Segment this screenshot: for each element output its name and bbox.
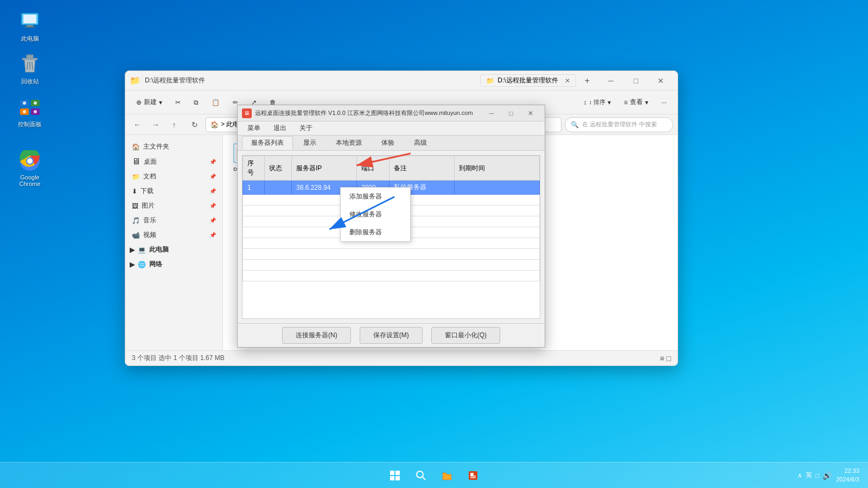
- col-expire: 到期时间: [455, 156, 540, 181]
- context-add-server[interactable]: 添加服务器: [341, 188, 410, 206]
- new-chevron-icon: ▾: [159, 99, 162, 106]
- forward-btn[interactable]: →: [148, 117, 163, 132]
- sidebar-desktop[interactable]: 🖥 桌面 📌: [125, 154, 222, 169]
- tab-local-resource[interactable]: 本地资源: [327, 136, 371, 150]
- minimize-window-btn[interactable]: 窗口最小化(Q): [431, 327, 500, 344]
- col-note: 备注: [390, 156, 455, 181]
- app-minimize-btn[interactable]: ─: [482, 105, 501, 121]
- grid-view-icon[interactable]: □: [667, 354, 671, 363]
- tab-close-icon[interactable]: ✕: [565, 77, 570, 85]
- app-close-btn[interactable]: ✕: [521, 105, 540, 121]
- sort-btn[interactable]: ↕ ↕ 排序 ▾: [579, 96, 615, 108]
- clock-date: 2024/6/3: [836, 476, 859, 484]
- sidebar-pictures[interactable]: 🖼 图片 📌: [125, 198, 222, 213]
- menu-about[interactable]: 关于: [294, 123, 318, 134]
- this-pc-icon: 💻: [138, 246, 146, 254]
- explorer-maximize-btn[interactable]: □: [623, 71, 648, 91]
- search-box[interactable]: 🔍 在 远程批量管理软件 中搜索: [565, 117, 673, 132]
- sidebar-documents[interactable]: 📁 文档 📌: [125, 169, 222, 184]
- taskbar-sys-icons: ∧ 英 □ 🔊: [797, 471, 832, 480]
- sort-icon: ↕: [583, 99, 586, 106]
- explorer-close-btn[interactable]: ✕: [648, 71, 673, 91]
- taskbar-clock[interactable]: 22:33 2024/6/3: [836, 467, 859, 484]
- copy-icon: ⧉: [194, 99, 199, 106]
- app-maximize-btn[interactable]: □: [501, 105, 521, 121]
- svg-rect-27: [390, 476, 394, 480]
- tab-folder-icon: 📁: [486, 77, 494, 85]
- clock-time: 22:33: [836, 467, 859, 475]
- new-btn[interactable]: ⊕ 新建 ▾: [132, 95, 167, 109]
- tab-display[interactable]: 显示: [294, 136, 326, 150]
- search-taskbar-btn[interactable]: [410, 465, 432, 486]
- network-icon: 🌐: [138, 261, 146, 268]
- search-placeholder: 在 远程批量管理软件 中搜索: [582, 120, 657, 129]
- menu-file[interactable]: 菜单: [242, 123, 266, 134]
- tab-title: D:\远程批量管理软件: [497, 76, 558, 85]
- tab-experience[interactable]: 体验: [372, 136, 404, 150]
- svg-point-15: [23, 110, 26, 113]
- recycle-icon: [19, 54, 41, 75]
- volume-icon[interactable]: 🔊: [822, 471, 832, 480]
- paste-btn[interactable]: 📋: [207, 97, 224, 108]
- start-btn[interactable]: [384, 465, 406, 486]
- view-chevron-icon: ▾: [645, 99, 648, 106]
- file-manager-taskbar-btn[interactable]: [436, 465, 458, 486]
- context-edit-server[interactable]: 修改服务器: [341, 206, 410, 223]
- up-btn[interactable]: ↑: [167, 117, 182, 132]
- search-icon: 🔍: [571, 121, 579, 129]
- pin-vid-icon: 📌: [209, 232, 216, 238]
- connect-server-btn[interactable]: 连接服务器(N): [282, 327, 351, 344]
- explorer-minimize-btn[interactable]: ─: [598, 71, 623, 91]
- sidebar-music[interactable]: 🎵 音乐 📌: [125, 213, 222, 228]
- chevron-up-icon[interactable]: ∧: [797, 472, 802, 479]
- desktop-icon-computer[interactable]: 此电脑: [11, 11, 49, 43]
- back-btn[interactable]: ←: [130, 117, 145, 132]
- display-icon[interactable]: □: [815, 472, 819, 479]
- copy-btn[interactable]: ⧉: [189, 97, 203, 108]
- app-titlebar: 🖥 远程桌面连接批量管理软件 V1.0.0 江苏米之图网络科技有限公司www.m…: [238, 105, 545, 121]
- desktop-icon-chrome[interactable]: Google Chrome: [11, 150, 49, 187]
- desktop-icon-recycle[interactable]: 回收站: [11, 54, 49, 86]
- sidebar-downloads[interactable]: ⬇ 下载 📌: [125, 184, 222, 198]
- svg-rect-4: [22, 58, 37, 60]
- pin-doc-icon: 📌: [209, 174, 216, 179]
- cut-btn[interactable]: ✂: [171, 97, 185, 108]
- ppt-taskbar-btn[interactable]: [462, 465, 484, 486]
- sidebar-network[interactable]: ▶ 🌐 网络: [125, 257, 222, 272]
- view-toggle: ≡ □: [660, 354, 671, 363]
- folder-icon: 📁: [130, 75, 141, 86]
- menu-exit[interactable]: 退出: [268, 123, 292, 134]
- computer-icon: [19, 11, 41, 33]
- home-sidebar-icon: 🏠: [132, 143, 140, 151]
- sidebar-music-label: 音乐: [143, 216, 156, 225]
- context-delete-server[interactable]: 删除服务器: [341, 223, 410, 241]
- explorer-sidebar: 🏠 主文件夹 🖥 桌面 📌 📁 文档 📌 ⬇ 下载 📌 🖼 图片: [125, 135, 223, 350]
- tab-advanced[interactable]: 高级: [405, 136, 436, 150]
- control-panel-icon-label: 控制面板: [18, 120, 42, 129]
- cut-icon: ✂: [175, 99, 181, 106]
- save-settings-btn[interactable]: 保存设置(M): [360, 327, 423, 344]
- control-panel-icon: [19, 97, 41, 118]
- sidebar-this-pc[interactable]: ▶ 💻 此电脑: [125, 242, 222, 257]
- sidebar-desktop-label: 桌面: [144, 157, 157, 166]
- svg-point-20: [27, 158, 33, 164]
- more-btn[interactable]: ···: [657, 97, 671, 108]
- sidebar-home[interactable]: 🏠 主文件夹: [125, 139, 222, 154]
- sidebar-videos[interactable]: 📹 视频 📌: [125, 228, 222, 242]
- sidebar-downloads-label: 下载: [141, 187, 154, 196]
- pin-pic-icon: 📌: [209, 203, 216, 209]
- pictures-sidebar-icon: 🖼: [132, 202, 138, 210]
- tab-server-list[interactable]: 服务器列表: [242, 136, 293, 150]
- view-btn[interactable]: ≡ 查看 ▾: [620, 95, 653, 109]
- taskbar: ∧ 英 □ 🔊 22:33 2024/6/3: [0, 462, 868, 488]
- lang-indicator[interactable]: 英: [806, 471, 812, 480]
- desktop-icon-control-panel[interactable]: 控制面板: [11, 97, 49, 129]
- recycle-icon-label: 回收站: [21, 78, 39, 86]
- explorer-tab[interactable]: 📁 D:\远程批量管理软件 ✕: [480, 74, 576, 87]
- network-expand-icon: ▶: [130, 261, 135, 268]
- sidebar-pictures-label: 图片: [142, 201, 155, 210]
- new-tab-btn[interactable]: +: [580, 75, 594, 87]
- list-view-icon[interactable]: ≡: [660, 354, 664, 363]
- refresh-btn[interactable]: ↻: [187, 117, 202, 132]
- explorer-status: 3 个项目 选中 1 个项目 1.67 MB ≡ □: [125, 350, 678, 365]
